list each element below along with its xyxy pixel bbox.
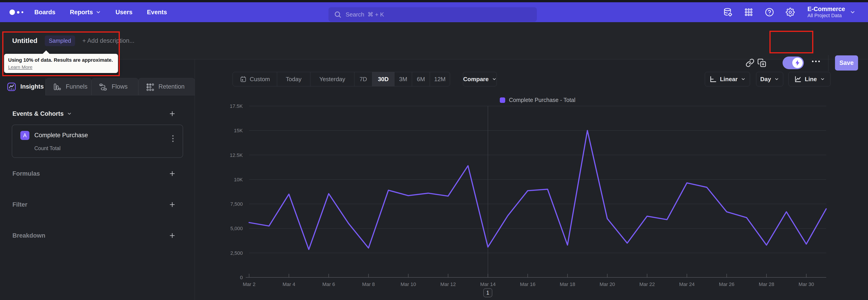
event-aggregation[interactable]: Count Total: [34, 145, 61, 151]
range-label: 30D: [378, 76, 389, 83]
chart-type-selector[interactable]: Line: [788, 72, 831, 86]
event-series-badge: A: [20, 131, 29, 140]
chart-y-label: 0: [240, 275, 243, 280]
chevron-down-icon: [850, 9, 856, 15]
data-management-icon[interactable]: [723, 8, 733, 17]
apps-grid-icon[interactable]: [744, 8, 753, 17]
nav-links: Boards Reports Users Events: [34, 2, 167, 22]
range-30d[interactable]: 30D: [372, 72, 395, 86]
sampling-tooltip-text: Using 10% of data. Results are approxima…: [8, 57, 114, 63]
settings-gear-icon[interactable]: [786, 8, 795, 17]
sampling-toggle[interactable]: [782, 57, 804, 69]
chart-x-label: Mar 16: [520, 281, 535, 287]
tab-flows-label: Flows: [112, 83, 128, 90]
search-icon: [334, 11, 342, 18]
range-12m[interactable]: 12M: [430, 72, 450, 86]
line-chart[interactable]: Mar 2Mar 4Mar 6Mar 8Mar 10Mar 12Mar 14Ma…: [195, 103, 868, 300]
compare-label: Compare: [463, 76, 489, 83]
plus-icon: [168, 201, 176, 208]
sampled-badge[interactable]: Sampled: [45, 35, 75, 46]
filter-label: Filter: [12, 201, 27, 208]
plus-icon: [168, 232, 176, 239]
nav-item-boards[interactable]: Boards: [34, 9, 55, 16]
more-options-button[interactable]: [812, 61, 822, 62]
search-input[interactable]: [346, 11, 531, 18]
chart-x-label: Mar 4: [283, 281, 295, 287]
mixpanel-logo-icon[interactable]: [9, 2, 23, 22]
event-card-complete-purchase[interactable]: A Complete Purchase Count Total: [12, 125, 183, 158]
nav-item-users[interactable]: Users: [116, 9, 132, 16]
chart-x-label: Mar 14: [480, 281, 495, 287]
plus-icon: [168, 110, 176, 117]
chart-x-label: Mar 30: [799, 281, 814, 287]
range-6m[interactable]: 6M: [412, 72, 430, 86]
tab-flows[interactable]: Flows: [92, 78, 138, 95]
nav-utility-icons: [723, 2, 795, 22]
event-options-kebab[interactable]: [169, 133, 177, 145]
mixpanel-insights-app: Boards Reports Users Events: [0, 0, 868, 300]
add-event-button[interactable]: [168, 109, 177, 118]
add-description-button[interactable]: + Add description...: [82, 37, 134, 44]
nav-item-boards-label: Boards: [34, 9, 55, 16]
duplicate-icon[interactable]: [757, 58, 766, 67]
chevron-down-icon: [96, 9, 101, 15]
line-chart-icon: [794, 75, 802, 83]
tab-insights-label: Insights: [20, 83, 44, 90]
tab-insights[interactable]: Insights: [0, 78, 46, 95]
nav-item-reports[interactable]: Reports: [70, 9, 101, 16]
range-7d[interactable]: 7D: [354, 72, 372, 86]
nav-item-reports-label: Reports: [70, 9, 93, 16]
project-scope: All Project Data: [807, 13, 845, 19]
range-3m[interactable]: 3M: [395, 72, 412, 86]
range-today[interactable]: Today: [277, 72, 310, 86]
project-switcher[interactable]: E-Commerce All Project Data: [807, 2, 856, 22]
window-edge: [0, 0, 868, 2]
insights-icon: [7, 82, 16, 92]
page-indicator[interactable]: 1: [483, 288, 492, 297]
help-icon[interactable]: [765, 8, 774, 17]
nav-item-events[interactable]: Events: [147, 9, 167, 16]
interval-selector[interactable]: Day: [756, 72, 783, 86]
breakdown-label: Breakdown: [12, 232, 45, 239]
learn-more-link[interactable]: Learn More: [8, 64, 32, 70]
chart-y-label: 2,500: [230, 250, 243, 256]
range-custom[interactable]: Custom: [233, 72, 277, 86]
chevron-down-icon: [820, 77, 825, 82]
range-label: 7D: [360, 76, 367, 83]
nav-item-events-label: Events: [147, 9, 167, 16]
tab-retention[interactable]: Retention: [138, 78, 195, 95]
formulas-label: Formulas: [12, 170, 40, 177]
report-title[interactable]: Untitled: [12, 37, 37, 44]
add-formula-button[interactable]: [168, 169, 177, 178]
chevron-down-icon: [774, 77, 779, 82]
chart-series-complete-purchase[interactable]: [249, 130, 826, 249]
range-label: Yesterday: [319, 76, 345, 83]
plus-icon: [168, 170, 176, 177]
copy-link-icon[interactable]: [745, 58, 754, 67]
flows-icon: [98, 82, 107, 91]
tab-funnels[interactable]: Funnels: [46, 78, 92, 95]
range-yesterday[interactable]: Yesterday: [310, 72, 354, 86]
range-label: 12M: [434, 76, 446, 83]
range-label: 6M: [417, 76, 425, 83]
chart-x-label: Mar 26: [719, 281, 735, 287]
chevron-down-icon: [741, 77, 746, 82]
chart-type-label: Line: [805, 76, 817, 83]
report-header: Untitled Sampled + Add description... Sa: [0, 22, 868, 59]
event-name[interactable]: Complete Purchase: [34, 132, 88, 139]
header-divider: [828, 55, 829, 71]
add-breakdown-button[interactable]: [168, 231, 177, 240]
add-filter-button[interactable]: [168, 200, 177, 209]
compare-button[interactable]: Compare: [463, 72, 497, 86]
chart-legend[interactable]: Complete Purchase - Total: [249, 97, 826, 103]
scale-selector[interactable]: Linear: [705, 72, 750, 86]
save-button[interactable]: Save: [835, 55, 858, 70]
chart-x-label: Mar 8: [362, 281, 375, 287]
legend-swatch: [500, 97, 505, 103]
chart-x-label: Mar 2: [243, 281, 255, 287]
global-search[interactable]: [329, 7, 537, 22]
project-name: E-Commerce: [807, 6, 845, 13]
query-builder-sidebar: Events & Cohorts A Complete Purchase Cou…: [0, 95, 195, 300]
scale-label: Linear: [720, 76, 738, 83]
events-cohorts-title[interactable]: Events & Cohorts: [12, 110, 72, 117]
